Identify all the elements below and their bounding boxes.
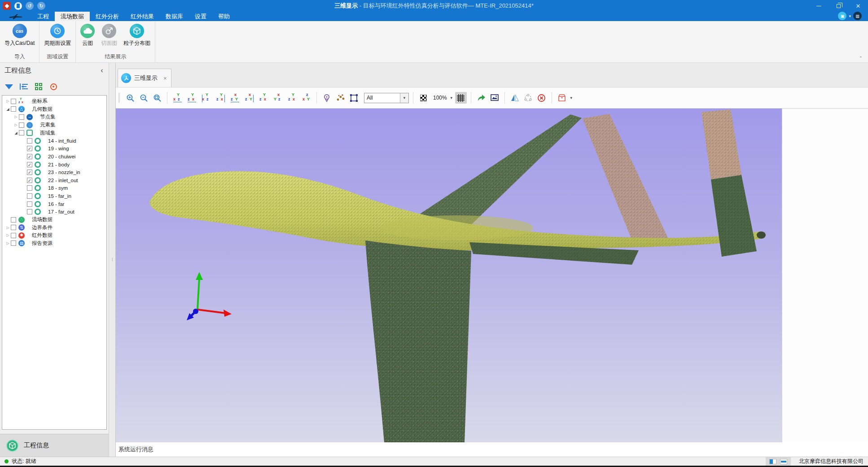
collapse-arrow-icon[interactable]: ◢ xyxy=(13,131,19,135)
checker-opacity-icon[interactable] xyxy=(417,92,429,104)
toolbar-grip[interactable] xyxy=(118,93,120,103)
ribbon-button-cas[interactable]: cas导入Cas/Dat xyxy=(3,23,36,52)
list-collapse-icon[interactable] xyxy=(19,82,29,92)
menu-item-3[interactable]: 红外分析 xyxy=(90,12,125,21)
view-left-icon[interactable]: Yxz xyxy=(200,92,212,104)
view-bottom-icon[interactable]: xzY xyxy=(243,92,255,104)
view-iso-1-icon[interactable]: Yzx xyxy=(258,92,269,104)
zoom-in-icon[interactable] xyxy=(124,92,136,104)
expand-arrow-icon[interactable]: ▷ xyxy=(5,99,11,103)
tree-checkbox[interactable] xyxy=(19,122,24,128)
grid-icon[interactable] xyxy=(34,82,44,92)
tree-checkbox[interactable]: ✓ xyxy=(27,146,32,151)
ribbon-button-clock[interactable]: 周期面设置 xyxy=(42,23,73,52)
grid-toggle-icon[interactable] xyxy=(455,92,467,104)
tree-item-7[interactable]: ✓19 - wing xyxy=(2,145,106,153)
opacity-caret-icon[interactable]: ▼ xyxy=(450,96,453,100)
tree-checkbox[interactable] xyxy=(11,233,16,238)
expand-arrow-icon[interactable]: ▷ xyxy=(13,123,19,127)
tree-item-16[interactable]: ∴流场数据 xyxy=(2,216,106,224)
tab-3d-view[interactable]: 三维显示 × xyxy=(118,69,171,87)
view-front-icon[interactable]: Yxz xyxy=(171,92,183,104)
tree-item-9[interactable]: ✓21 - body xyxy=(2,161,106,169)
menu-item-6[interactable]: 设置 xyxy=(189,12,212,21)
select-box-icon[interactable] xyxy=(348,92,359,104)
tree-item-15[interactable]: 17 - far_out xyxy=(2,208,106,216)
tree-checkbox[interactable] xyxy=(11,217,16,223)
link-circle-icon[interactable] xyxy=(522,92,534,104)
combo-caret-icon[interactable]: ▼ xyxy=(400,93,408,103)
ribbon-collapse-icon[interactable]: ⌃ xyxy=(859,56,863,61)
tree-checkbox[interactable] xyxy=(27,209,32,214)
tree-item-2[interactable]: ◢△几何数据 xyxy=(2,105,106,113)
tree-item-19[interactable]: ▷▤报告资源 xyxy=(2,240,106,248)
tree-checkbox[interactable] xyxy=(19,114,24,120)
tree-checkbox[interactable]: ✓ xyxy=(27,170,32,175)
menu-item-5[interactable]: 数据库 xyxy=(160,12,189,21)
tree-item-17[interactable]: ▷⇅边界条件 xyxy=(2,224,106,232)
panel-splitter[interactable]: ⦙ xyxy=(109,63,116,457)
tree-item-1[interactable]: ▷Yzx坐标系 xyxy=(2,97,106,105)
tree-checkbox[interactable]: ✓ xyxy=(27,178,32,183)
tree-checkbox[interactable] xyxy=(27,193,32,199)
undo-icon[interactable]: ↺ xyxy=(26,2,34,10)
tree-checkbox[interactable] xyxy=(27,201,32,207)
delete-icon[interactable] xyxy=(536,92,548,104)
tree-checkbox[interactable] xyxy=(27,138,32,144)
menu-item-1[interactable]: 工程 xyxy=(31,12,55,21)
probe-icon[interactable] xyxy=(321,92,333,104)
tree-item-10[interactable]: ✓23 - nozzle_in xyxy=(2,168,106,176)
redo-icon[interactable]: ↻ xyxy=(37,2,45,10)
view-back-icon[interactable]: Yzx xyxy=(186,92,197,104)
close-button[interactable]: ✕ xyxy=(848,0,868,12)
ribbon-button-cloud[interactable]: 云图 xyxy=(79,23,96,52)
menu-item-4[interactable]: 红外结果 xyxy=(125,12,160,21)
minimize-button[interactable] xyxy=(809,0,829,12)
menu-item-2[interactable]: 流场数据 xyxy=(55,12,90,21)
3d-viewport[interactable] xyxy=(116,109,782,442)
view-top-icon[interactable]: xzY xyxy=(229,92,241,104)
tree-item-12[interactable]: 18 - sym xyxy=(2,184,106,192)
target-icon[interactable] xyxy=(48,82,58,92)
tree-item-11[interactable]: ✓22 - inlet_out xyxy=(2,176,106,184)
scatter-icon[interactable] xyxy=(334,92,346,104)
expand-arrow-icon[interactable]: ▷ xyxy=(5,233,11,237)
view-iso-4-icon[interactable]: zxY xyxy=(301,92,312,104)
panel-collapse-icon[interactable]: ‹ xyxy=(101,66,103,75)
tree-checkbox[interactable] xyxy=(11,106,16,112)
package-icon[interactable] xyxy=(556,92,568,104)
tree-item-8[interactable]: ✓20 - chuiwei xyxy=(2,153,106,161)
package-caret-icon[interactable]: ▼ xyxy=(570,96,573,100)
tree-checkbox[interactable]: ✓ xyxy=(27,162,32,167)
export-arrow-icon[interactable] xyxy=(475,92,487,104)
expand-arrow-icon[interactable]: ▷ xyxy=(13,115,19,119)
menu-item-7[interactable]: 帮助 xyxy=(212,12,236,21)
restore-button[interactable] xyxy=(829,0,848,12)
filter-icon[interactable] xyxy=(4,82,14,92)
layout-split-icon[interactable] xyxy=(769,459,776,464)
tree-item-18[interactable]: ▷✱红外数据 xyxy=(2,231,106,240)
zoom-fit-icon[interactable] xyxy=(151,92,163,104)
tab-close-icon[interactable]: × xyxy=(163,75,167,82)
collapse-arrow-icon[interactable]: ◢ xyxy=(5,107,11,111)
quick-style-caret-icon[interactable]: ▾ xyxy=(849,14,851,18)
tree-item-4[interactable]: ▷◌元素集 xyxy=(2,121,106,129)
new-document-icon[interactable] xyxy=(14,2,22,10)
view-right-icon[interactable]: Yzx xyxy=(215,92,226,104)
tree-item-14[interactable]: 16 - far xyxy=(2,200,106,208)
tree-item-5[interactable]: ◢面域集 xyxy=(2,129,106,137)
expand-arrow-icon[interactable]: ▷ xyxy=(5,226,11,230)
tree-item-13[interactable]: 15 - far_in xyxy=(2,192,106,200)
tree-item-6[interactable]: 14 - int_fluid xyxy=(2,137,106,145)
layout-bottom-icon[interactable] xyxy=(780,459,787,464)
tree-checkbox[interactable] xyxy=(11,225,16,230)
view-iso-2-icon[interactable]: xYz xyxy=(272,92,284,104)
mirror-icon[interactable] xyxy=(509,92,521,104)
tree-checkbox[interactable] xyxy=(19,130,24,135)
tree-checkbox[interactable] xyxy=(27,185,32,191)
expand-arrow-icon[interactable]: ▷ xyxy=(5,241,11,245)
panel-footer[interactable]: 工程信息 xyxy=(0,434,109,457)
tree-checkbox[interactable] xyxy=(11,240,16,246)
quick-style-icon[interactable]: ▣ xyxy=(838,12,846,20)
ribbon-button-particle[interactable]: 粒子分布图 xyxy=(122,23,152,52)
